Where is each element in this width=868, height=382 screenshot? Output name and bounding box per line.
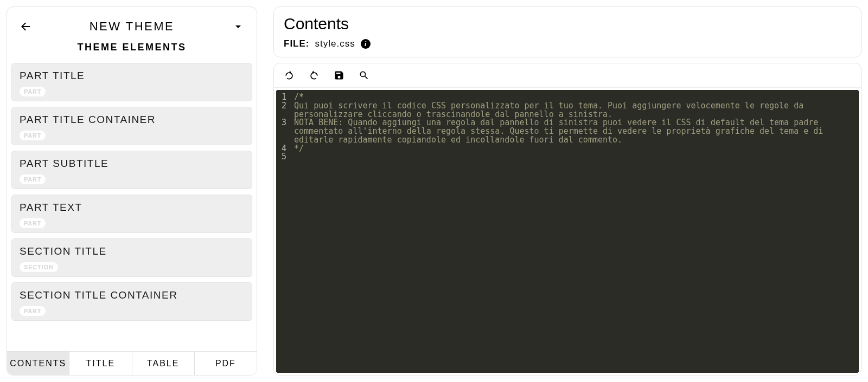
editor-toolbar xyxy=(274,63,861,88)
element-badge: SECTION xyxy=(20,262,58,272)
element-card[interactable]: PART TITLE CONTAINERPART xyxy=(11,107,252,145)
file-row: FILE: style.css i xyxy=(284,38,851,49)
redo-button[interactable] xyxy=(307,68,322,83)
code-line: Qui puoi scrivere il codice CSS personal… xyxy=(294,102,854,119)
tab-contents[interactable]: CONTENTS xyxy=(7,352,69,375)
editor-gutter: 1 2 3 4 5 xyxy=(276,90,290,373)
theme-dropdown-toggle[interactable] xyxy=(229,18,247,35)
element-badge: PART xyxy=(20,131,46,140)
main-title: Contents xyxy=(284,15,851,33)
save-button[interactable] xyxy=(331,68,347,83)
element-card[interactable]: PART TITLEPART xyxy=(11,63,252,101)
element-card[interactable]: PART TEXTPART xyxy=(11,195,252,233)
code-editor[interactable]: 1 2 3 4 5 /*Qui puoi scrivere il codice … xyxy=(276,90,859,373)
sidebar-tabs: CONTENTSTITLETABLEPDF xyxy=(7,351,257,375)
undo-button[interactable] xyxy=(282,68,297,83)
arrow-left-icon xyxy=(19,20,32,33)
element-card[interactable]: SECTION TITLE CONTAINERPART xyxy=(11,282,252,321)
element-badge: PART xyxy=(20,218,46,228)
element-card[interactable]: PART SUBTITLEPART xyxy=(11,151,252,189)
undo-icon xyxy=(284,70,295,81)
sidebar-title: NEW THEME xyxy=(90,20,175,34)
redo-icon xyxy=(309,70,320,81)
sidebar-subtitle: THEME ELEMENTS xyxy=(7,42,257,63)
editor-code[interactable]: /*Qui puoi scrivere il codice CSS person… xyxy=(290,90,859,373)
save-icon xyxy=(334,70,344,81)
editor-card: 1 2 3 4 5 /*Qui puoi scrivere il codice … xyxy=(273,63,861,375)
tab-title[interactable]: TITLE xyxy=(69,352,132,375)
sidebar-panel: NEW THEME THEME ELEMENTS PART TITLEPARTP… xyxy=(7,7,257,375)
tab-pdf[interactable]: PDF xyxy=(195,352,257,375)
code-line xyxy=(294,153,854,161)
element-title: SECTION TITLE xyxy=(20,245,244,257)
element-title: PART SUBTITLE xyxy=(20,158,244,170)
search-button[interactable] xyxy=(356,68,372,83)
element-card[interactable]: SECTION TITLESECTION xyxy=(11,238,252,277)
file-label: FILE: xyxy=(284,38,310,49)
elements-list: PART TITLEPARTPART TITLE CONTAINERPARTPA… xyxy=(7,63,257,351)
file-name: style.css xyxy=(315,38,355,49)
element-title: SECTION TITLE CONTAINER xyxy=(20,289,244,301)
search-icon xyxy=(359,70,369,81)
element-badge: PART xyxy=(20,174,46,184)
code-line: */ xyxy=(294,145,854,153)
element-title: PART TITLE xyxy=(20,70,244,82)
chevron-down-icon xyxy=(232,20,245,33)
element-badge: PART xyxy=(20,306,46,316)
tab-table[interactable]: TABLE xyxy=(132,352,195,375)
element-title: PART TITLE CONTAINER xyxy=(20,114,244,126)
element-badge: PART xyxy=(20,87,46,96)
sidebar-header: NEW THEME xyxy=(7,7,257,42)
code-line: NOTA BENE: Quando aggiungi una regola da… xyxy=(294,119,854,144)
back-button[interactable] xyxy=(17,18,34,35)
element-title: PART TEXT xyxy=(20,202,244,213)
info-icon[interactable]: i xyxy=(361,39,371,49)
main-header: Contents FILE: style.css i xyxy=(273,7,861,57)
main-panel: Contents FILE: style.css i 1 2 3 4 5 /*Q xyxy=(273,7,861,375)
